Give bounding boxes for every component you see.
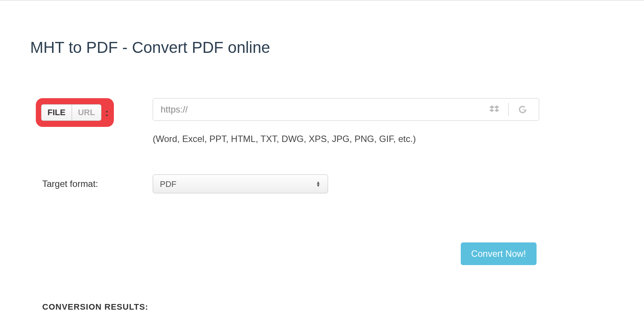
google-icon xyxy=(518,105,527,114)
source-row: FILE URL : xyxy=(30,98,614,144)
toggle-colon: : xyxy=(105,107,109,119)
dropbox-icon xyxy=(489,105,499,114)
dropbox-button[interactable] xyxy=(485,102,504,117)
file-types-hint: (Word, Excel, PPT, HTML, TXT, DWG, XPS, … xyxy=(153,134,539,144)
convert-button[interactable]: Convert Now! xyxy=(461,242,537,265)
target-format-select[interactable]: PDF xyxy=(153,174,328,193)
page-title: MHT to PDF - Convert PDF online xyxy=(30,39,614,57)
file-toggle-button[interactable]: FILE xyxy=(41,105,72,120)
target-format-label: Target format: xyxy=(30,179,98,189)
url-input[interactable] xyxy=(153,99,485,120)
url-toggle-button[interactable]: URL xyxy=(72,105,101,120)
source-toggle-highlight: FILE URL : xyxy=(36,98,114,127)
source-toggle-group: FILE URL xyxy=(41,104,101,121)
url-input-wrapper xyxy=(153,98,539,121)
results-heading: CONVERSION RESULTS: xyxy=(30,302,614,312)
target-format-row: Target format: PDF ▲ ▼ xyxy=(30,174,614,193)
google-dr[interactable] xyxy=(513,102,532,117)
